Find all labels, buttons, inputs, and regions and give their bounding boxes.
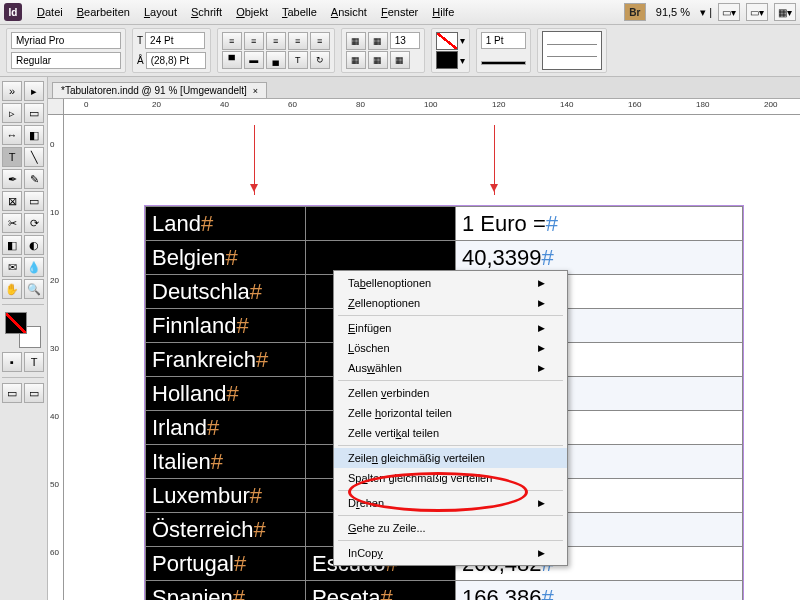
menu-datei[interactable]: Datei: [30, 6, 70, 18]
stroke-style-field[interactable]: [481, 61, 526, 65]
align-center-icon[interactable]: ≡: [244, 32, 264, 50]
line-tool-icon[interactable]: ╲: [24, 147, 44, 167]
dropdown-icon[interactable]: ▾: [460, 55, 465, 66]
cell-currency[interactable]: [306, 207, 456, 241]
rotate-text-icon[interactable]: ↻: [310, 51, 330, 69]
view-mode-icon[interactable]: ▭▾: [718, 3, 740, 21]
rect-frame-icon[interactable]: ⊠: [2, 191, 22, 211]
dropdown-icon[interactable]: ▾: [460, 35, 465, 46]
selection-e-icon[interactable]: »: [2, 81, 22, 101]
ruler-horizontal[interactable]: 020406080100120140160180200: [64, 99, 800, 115]
bridge-button[interactable]: Br: [624, 3, 646, 21]
menu-fenster[interactable]: Fenster: [374, 6, 425, 18]
split-cells-icon[interactable]: ▦: [368, 32, 388, 50]
context-menu-item[interactable]: Zeilen gleichmäßig verteilen: [334, 448, 567, 468]
normal-mode-icon[interactable]: ▭: [2, 383, 22, 403]
cell-country[interactable]: Österreich#: [146, 513, 306, 547]
zoom-dropdown-icon[interactable]: ▾ |: [700, 6, 712, 19]
cell-border-preview[interactable]: [542, 31, 602, 70]
ruler-origin[interactable]: [48, 99, 64, 115]
menu-objekt[interactable]: Objekt: [229, 6, 275, 18]
align-left-icon[interactable]: ≡: [222, 32, 242, 50]
cell-country[interactable]: Finnland#: [146, 309, 306, 343]
note-tool-icon[interactable]: ✉: [2, 257, 22, 277]
menu-schrift[interactable]: Schrift: [184, 6, 229, 18]
menu-bearbeiten[interactable]: Bearbeiten: [70, 6, 137, 18]
context-menu-item[interactable]: Spalten gleichmäßig verteilen: [334, 468, 567, 488]
cell-country[interactable]: Irland#: [146, 411, 306, 445]
context-menu-item[interactable]: Gehe zu Zeile...: [334, 518, 567, 538]
font-style-field[interactable]: Regular: [11, 52, 121, 69]
context-menu-item[interactable]: InCopy▶: [334, 543, 567, 563]
scissors-icon[interactable]: ✂: [2, 213, 22, 233]
type-tool-icon[interactable]: T: [2, 147, 22, 167]
menu-tabelle[interactable]: Tabelle: [275, 6, 324, 18]
valign-middle-icon[interactable]: ▬: [244, 51, 264, 69]
context-menu-item[interactable]: Tabellenoptionen▶: [334, 273, 567, 293]
insert-col-icon[interactable]: ▦: [368, 51, 388, 69]
cell-country[interactable]: Belgien#: [146, 241, 306, 275]
font-size-field[interactable]: 24 Pt: [145, 32, 205, 49]
page-tool-icon[interactable]: ▭: [24, 103, 44, 123]
rows-field[interactable]: 13: [390, 32, 420, 49]
align-right-icon[interactable]: ≡: [266, 32, 286, 50]
cell-currency[interactable]: Peseta#: [306, 581, 456, 601]
merge-cells-icon[interactable]: ▦: [346, 32, 366, 50]
pencil-tool-icon[interactable]: ✎: [24, 169, 44, 189]
content-tool-icon[interactable]: ◧: [24, 125, 44, 145]
document-tab[interactable]: *Tabulatoren.indd @ 91 % [Umgewandelt] ×: [52, 82, 267, 98]
menu-layout[interactable]: Layout: [137, 6, 184, 18]
cell-country[interactable]: Deutschla#: [146, 275, 306, 309]
context-menu-item[interactable]: Zellenoptionen▶: [334, 293, 567, 313]
justify-icon[interactable]: ≡: [288, 32, 308, 50]
cell-value[interactable]: 1 Euro =#: [456, 207, 743, 241]
fill-swatch[interactable]: [436, 32, 458, 50]
context-menu-item[interactable]: Löschen▶: [334, 338, 567, 358]
apply-container-icon[interactable]: T: [24, 352, 44, 372]
preview-mode-icon[interactable]: ▭: [24, 383, 44, 403]
gradient-feather-icon[interactable]: ◐: [24, 235, 44, 255]
pen-tool-icon[interactable]: ✒: [2, 169, 22, 189]
close-tab-icon[interactable]: ×: [253, 86, 258, 96]
hand-tool-icon[interactable]: ✋: [2, 279, 22, 299]
font-family-field[interactable]: Myriad Pro: [11, 32, 121, 49]
cell-country[interactable]: Luxembur#: [146, 479, 306, 513]
color-proxy[interactable]: [5, 312, 41, 348]
ruler-vertical[interactable]: 0102030405060: [48, 115, 64, 600]
cell-country[interactable]: Frankreich#: [146, 343, 306, 377]
apply-color-icon[interactable]: ▪: [2, 352, 22, 372]
cell-value[interactable]: 166,386#: [456, 581, 743, 601]
cell-country[interactable]: Land#: [146, 207, 306, 241]
selection-tool-icon[interactable]: ▸: [24, 81, 44, 101]
gradient-icon[interactable]: ◧: [2, 235, 22, 255]
valign-bottom-icon[interactable]: ▄: [266, 51, 286, 69]
stroke-weight-field[interactable]: 1 Pt: [481, 32, 526, 49]
menu-hilfe[interactable]: Hilfe: [425, 6, 461, 18]
context-menu-item[interactable]: Zelle horizontal teilen: [334, 403, 567, 423]
cell-country[interactable]: Holland#: [146, 377, 306, 411]
insert-row-icon[interactable]: ▦: [346, 51, 366, 69]
text-orient-icon[interactable]: T: [288, 51, 308, 69]
zoom-tool-icon[interactable]: 🔍: [24, 279, 44, 299]
rect-tool-icon[interactable]: ▭: [24, 191, 44, 211]
direct-select-icon[interactable]: ▹: [2, 103, 22, 123]
context-menu-item[interactable]: Zellen verbinden: [334, 383, 567, 403]
justify-last-left-icon[interactable]: ≡: [310, 32, 330, 50]
stroke-swatch[interactable]: [436, 51, 458, 69]
valign-top-icon[interactable]: ▀: [222, 51, 242, 69]
eyedropper-icon[interactable]: 💧: [24, 257, 44, 277]
gap-tool-icon[interactable]: ↔: [2, 125, 22, 145]
context-menu-item[interactable]: Drehen▶: [334, 493, 567, 513]
cell-country[interactable]: Spanien#: [146, 581, 306, 601]
transform-icon[interactable]: ⟳: [24, 213, 44, 233]
menu-ansicht[interactable]: Ansicht: [324, 6, 374, 18]
delete-cells-icon[interactable]: ▦: [390, 51, 410, 69]
context-menu-item[interactable]: Auswählen▶: [334, 358, 567, 378]
cell-country[interactable]: Portugal#: [146, 547, 306, 581]
cell-country[interactable]: Italien#: [146, 445, 306, 479]
context-menu-item[interactable]: Zelle vertikal teilen: [334, 423, 567, 443]
leading-field[interactable]: (28,8) Pt: [146, 52, 206, 69]
context-menu-item[interactable]: Einfügen▶: [334, 318, 567, 338]
screen-mode-icon[interactable]: ▭▾: [746, 3, 768, 21]
zoom-level[interactable]: 91,5 %: [652, 6, 694, 18]
